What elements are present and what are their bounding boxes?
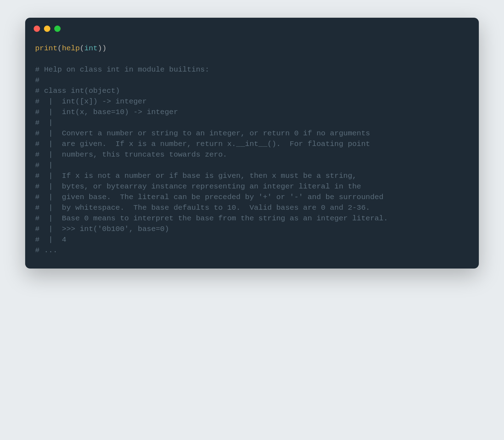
terminal-window: print(help(int)) # Help on class int in … bbox=[25, 18, 479, 269]
token-paren: ) bbox=[97, 44, 102, 52]
token-func-help: help bbox=[62, 44, 80, 52]
maximize-icon[interactable] bbox=[54, 26, 61, 32]
comment-block: # Help on class int in module builtins: … bbox=[35, 66, 388, 254]
code-content: print(help(int)) # Help on class int in … bbox=[25, 35, 479, 269]
token-func-print: print bbox=[35, 44, 57, 52]
minimize-icon[interactable] bbox=[44, 26, 50, 32]
token-paren: ( bbox=[80, 44, 84, 52]
titlebar bbox=[25, 18, 479, 35]
close-icon[interactable] bbox=[34, 26, 40, 32]
token-builtin-int: int bbox=[84, 44, 98, 52]
token-paren: ) bbox=[102, 44, 107, 52]
token-paren: ( bbox=[57, 44, 62, 52]
